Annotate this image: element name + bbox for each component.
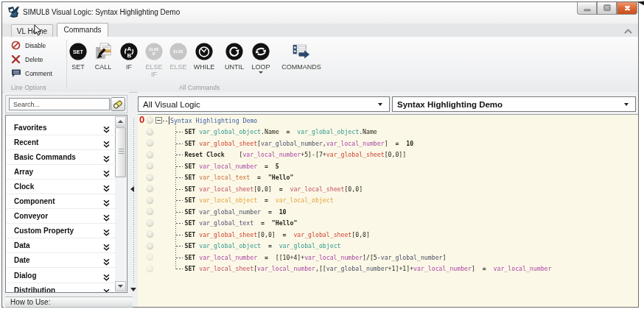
code-token-ls: var_local_sheet xyxy=(199,265,253,272)
line-bullet[interactable] xyxy=(147,220,153,227)
double-chevron-down-icon[interactable] xyxy=(103,286,110,293)
code-token-p: ,[[ xyxy=(315,265,326,272)
tab-vl-home[interactable]: VL Home xyxy=(11,24,53,37)
line-bullet[interactable] xyxy=(147,254,153,260)
code-token-p xyxy=(250,174,257,181)
category-distribution[interactable]: Distribution xyxy=(7,283,117,293)
category-date[interactable]: Date xyxy=(7,253,117,268)
ribbon-tab-row: VL HomeCommands xyxy=(2,24,638,37)
minimize-button[interactable] xyxy=(577,2,597,15)
group-label-all-commands: All Commands xyxy=(179,84,220,91)
code-line[interactable]: SET var_global_text = "Hello" xyxy=(185,219,298,227)
category-array[interactable]: Array xyxy=(7,165,117,180)
text-caret xyxy=(169,116,169,124)
close-button[interactable] xyxy=(617,2,637,15)
code-line[interactable]: SET var_global_sheet[0,0] = var_global_s… xyxy=(185,231,370,238)
clear-search-button[interactable] xyxy=(111,97,125,111)
code-token-ln: var_local_number xyxy=(257,265,315,272)
command-button-set[interactable]: SETSET xyxy=(66,43,91,71)
line-bullet[interactable] xyxy=(147,266,153,272)
code-token-p xyxy=(268,196,276,204)
command-button-commands[interactable]: COMMANDS xyxy=(278,43,325,71)
how-to-use-bar[interactable]: How to Use: xyxy=(5,297,133,308)
tree-branch-line xyxy=(176,189,183,190)
code-token-kw: Reset Clock xyxy=(185,151,225,158)
collapse-ribbon-icon[interactable] xyxy=(623,27,633,35)
line-bullet[interactable] xyxy=(147,129,153,135)
code-line[interactable]: SET var_local_sheet[var_local_number,[[v… xyxy=(185,265,552,272)
line-bullet[interactable] xyxy=(147,243,153,249)
tree-branch-line xyxy=(176,143,183,144)
category-label: Favorites xyxy=(14,124,46,132)
tree-connector-line xyxy=(175,124,176,269)
category-conveyor[interactable]: Conveyor xyxy=(7,209,117,224)
tab-commands[interactable]: Commands xyxy=(57,23,108,38)
delete-button[interactable]: Delete xyxy=(11,54,43,65)
category-favorites[interactable]: Favorites xyxy=(7,121,117,135)
scope-combo[interactable]: All Visual Logic xyxy=(138,96,390,112)
command-button-label: LOOP xyxy=(251,63,270,71)
comment-label: Comment xyxy=(25,70,52,77)
section-title-line[interactable]: Syntax Highlighting Demo xyxy=(170,117,257,124)
code-line[interactable]: SET var_local_sheet[0,0] = var_local_she… xyxy=(185,185,363,193)
code-token-gs: var_global_sheet xyxy=(199,231,257,238)
disable-button[interactable]: Disable xyxy=(11,40,46,51)
category-label: Date xyxy=(14,256,30,264)
svg-text:IF: IF xyxy=(153,52,155,56)
code-token-p: [0,0] xyxy=(257,231,283,238)
maximize-button[interactable] xyxy=(597,2,617,15)
search-input[interactable] xyxy=(9,98,110,110)
code-token-num: "Hello" xyxy=(265,219,297,227)
code-line[interactable]: Reset Clock [var_local_number+5]-[7+var_… xyxy=(185,151,407,158)
tree-branch-line xyxy=(176,212,183,213)
code-line[interactable]: SET var_local_number = 5 xyxy=(185,163,279,170)
category-basic-commands[interactable]: Basic Commands xyxy=(7,150,117,165)
collapse-panel-icon[interactable] xyxy=(130,186,134,192)
scroll-down-icon xyxy=(117,284,124,288)
tree-branch-line xyxy=(176,269,183,269)
code-line[interactable]: SET var_local_number = [[10+4]+var_local… xyxy=(185,254,447,261)
line-bullet[interactable] xyxy=(147,140,153,146)
code-token-go: var_global_object xyxy=(199,242,261,249)
code-token-kw: SET xyxy=(185,208,200,216)
code-token-num: 10 xyxy=(399,140,413,147)
disable-icon xyxy=(11,40,21,51)
splitter-bottom-icon xyxy=(130,288,136,291)
code-line[interactable]: SET var_global_object = var_global_objec… xyxy=(185,242,341,249)
category-custom-property[interactable]: Custom Property xyxy=(7,224,117,238)
section-combo[interactable]: Syntax Highlighting Demo xyxy=(392,96,636,112)
title-bar[interactable]: SIMUL8 Visual Logic: Syntax Highlighting… xyxy=(2,2,638,22)
code-line[interactable]: SET var_global_object.Name = var_global_… xyxy=(185,128,377,135)
code-line[interactable]: SET var_local_text = "Hello" xyxy=(185,174,294,181)
category-clock[interactable]: Clock xyxy=(7,180,117,194)
line-bullet[interactable] xyxy=(147,231,153,238)
panel-splitter[interactable] xyxy=(129,92,138,295)
command-button-loop[interactable]: LOOP xyxy=(248,43,274,74)
category-component[interactable]: Component xyxy=(7,194,117,209)
line-bullet[interactable] xyxy=(147,152,153,158)
line-bullet[interactable] xyxy=(147,197,153,204)
command-button-until[interactable]: UNTIL xyxy=(219,43,251,71)
line-bullet[interactable] xyxy=(147,185,153,192)
code-token-p xyxy=(261,242,268,249)
category-data[interactable]: Data xyxy=(7,238,117,253)
code-line[interactable]: SET var_local_object = var_local_object xyxy=(185,196,334,204)
command-button-while[interactable]: WHILE xyxy=(189,43,220,71)
code-line[interactable]: SET var_global_sheet[var_global_number,v… xyxy=(185,140,414,147)
category-dialog[interactable]: Dialog xyxy=(7,269,117,283)
line-bullet[interactable] xyxy=(147,208,153,215)
command-button-call[interactable]: CALL xyxy=(90,43,116,71)
code-pane[interactable]: 0 Syntax Highlighting DemoSET var_global… xyxy=(138,114,638,307)
dropdown-caret-icon xyxy=(259,71,263,74)
code-token-ls: var_local_sheet xyxy=(199,185,253,193)
code-line[interactable]: SET var_global_number = 10 xyxy=(185,208,287,216)
comment-button[interactable]: Comment xyxy=(11,68,52,79)
category-recent[interactable]: Recent xyxy=(7,135,117,150)
line-bullet[interactable] xyxy=(147,117,153,124)
line-bullet[interactable] xyxy=(147,174,153,181)
line-bullet[interactable] xyxy=(147,163,153,169)
tree-branch-line xyxy=(176,258,183,258)
collapse-tree-icon[interactable] xyxy=(155,117,162,124)
category-label: Array xyxy=(14,168,33,176)
else-icon: ELSE xyxy=(169,43,187,60)
